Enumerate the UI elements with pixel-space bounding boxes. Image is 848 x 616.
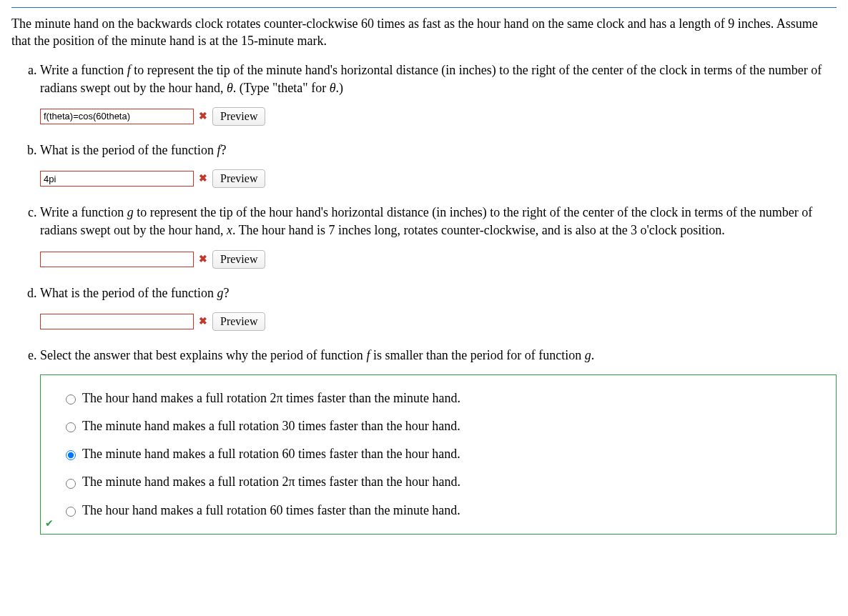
- preview-button[interactable]: Preview: [212, 169, 265, 188]
- part-c: Write a function g to represent the tip …: [40, 204, 837, 268]
- wrong-icon: ✖: [198, 314, 208, 329]
- part-d: What is the period of the function g? ✖ …: [40, 284, 837, 331]
- part-a-input[interactable]: [40, 109, 194, 124]
- problem-intro: The minute hand on the backwards clock r…: [11, 15, 837, 50]
- choice-row[interactable]: The hour hand makes a full rotation 60 t…: [62, 502, 814, 520]
- preview-button[interactable]: Preview: [212, 312, 265, 331]
- part-d-input[interactable]: [40, 314, 194, 329]
- wrong-icon: ✖: [198, 252, 208, 267]
- preview-button[interactable]: Preview: [212, 250, 265, 269]
- choice-row[interactable]: The hour hand makes a full rotation 2π t…: [62, 389, 814, 407]
- part-b: What is the period of the function f? ✖ …: [40, 141, 837, 188]
- part-e-text: Select the answer that best explains why…: [40, 348, 594, 362]
- choice-label: The minute hand makes a full rotation 60…: [82, 445, 460, 463]
- part-b-text: What is the period of the function f?: [40, 143, 226, 157]
- choice-label: The minute hand makes a full rotation 2π…: [82, 473, 460, 491]
- part-c-input[interactable]: [40, 252, 194, 267]
- choice-radio-1[interactable]: [66, 422, 76, 432]
- wrong-icon: ✖: [198, 109, 208, 124]
- part-a-text: Write a function f to represent the tip …: [40, 63, 822, 95]
- part-e: Select the answer that best explains why…: [40, 347, 837, 535]
- preview-button[interactable]: Preview: [212, 107, 265, 126]
- choice-label: The hour hand makes a full rotation 60 t…: [82, 502, 460, 520]
- choice-box: The hour hand makes a full rotation 2π t…: [40, 374, 837, 535]
- choice-row[interactable]: The minute hand makes a full rotation 2π…: [62, 473, 814, 491]
- part-a: Write a function f to represent the tip …: [40, 61, 837, 126]
- choice-radio-0[interactable]: [66, 394, 76, 404]
- choice-row[interactable]: The minute hand makes a full rotation 30…: [62, 417, 814, 435]
- correct-icon: ✔: [45, 517, 54, 531]
- part-c-text: Write a function g to represent the tip …: [40, 205, 812, 237]
- part-b-input[interactable]: [40, 171, 194, 187]
- wrong-icon: ✖: [198, 172, 208, 186]
- choice-radio-2[interactable]: [66, 450, 76, 460]
- choice-row[interactable]: The minute hand makes a full rotation 60…: [62, 445, 814, 463]
- choice-radio-3[interactable]: [66, 479, 76, 489]
- choice-radio-4[interactable]: [66, 507, 76, 517]
- part-d-text: What is the period of the function g?: [40, 286, 229, 300]
- choice-label: The hour hand makes a full rotation 2π t…: [82, 389, 460, 407]
- choice-label: The minute hand makes a full rotation 30…: [82, 417, 460, 435]
